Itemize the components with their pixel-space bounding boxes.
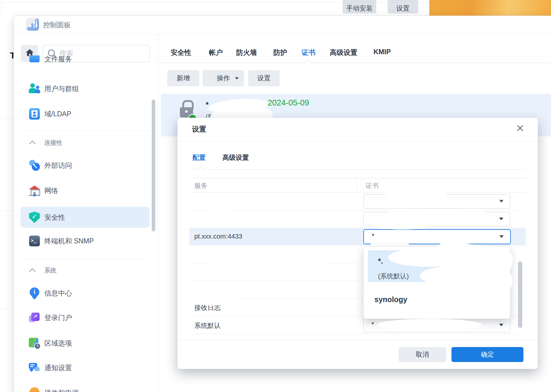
window-title: 控制面板: [43, 20, 71, 30]
column-header-service: 服务: [194, 181, 207, 190]
dropdown-item-line2: (系统默认): [378, 272, 409, 281]
tab-certificate[interactable]: 证书: [302, 48, 315, 57]
sidebar-divider: [158, 34, 158, 392]
sidebar-item-label: 终端机和 SNMP: [44, 236, 94, 246]
redaction-blob: [459, 269, 513, 293]
sidebar-item-domain-ldap[interactable]: 域/LDAP: [20, 105, 150, 122]
redaction-blob: [374, 210, 499, 223]
caret-down-icon: [499, 235, 504, 238]
service-name: 系统默认: [194, 321, 221, 330]
tab-account[interactable]: 帐户: [209, 48, 223, 57]
sidebar-section-system[interactable]: 系统: [20, 265, 150, 277]
login-portal-icon: ↗: [29, 312, 40, 323]
network-icon: [29, 185, 40, 196]
cancel-button[interactable]: 取消: [399, 347, 446, 362]
file-service-icon: [29, 55, 40, 65]
tab-underline: [158, 63, 551, 63]
settings-dialog: 设置 配置 高级设置 服务 证书 pt.xxx.com:4433 接收日志 系统…: [177, 118, 538, 369]
titlebar-divider: [13, 34, 551, 34]
sidebar-item-notification[interactable]: 通知设置: [20, 359, 150, 376]
background-row-line: [0, 210, 13, 211]
sidebar-item-label: 区域选项: [44, 339, 72, 348]
sidebar-item-network[interactable]: 网络: [20, 182, 150, 199]
table-border: [189, 192, 526, 193]
settings-top-button[interactable]: 设置: [388, 0, 418, 13]
chevron-up-icon: [29, 268, 36, 275]
domain-ldap-icon: [29, 108, 40, 120]
redaction-blob: [377, 319, 482, 331]
table-row-line: [189, 210, 526, 210]
caret-down-icon: [499, 218, 503, 220]
notification-icon: [29, 362, 40, 373]
tab-security[interactable]: 安全性: [171, 48, 191, 57]
sidebar-item-label: 登录门户: [44, 313, 72, 322]
settings-button[interactable]: 设置: [248, 70, 280, 86]
sidebar-item-label: 安全性: [44, 213, 65, 222]
dialog-footer-divider: [177, 340, 538, 340]
regional-options-icon: [29, 337, 40, 349]
add-button[interactable]: 新增: [167, 70, 199, 86]
tab-advanced[interactable]: 高级设置: [330, 48, 357, 57]
sidebar-item-label: 用户与群组: [44, 84, 79, 94]
sidebar-item-label: 通知设置: [44, 363, 72, 373]
chevron-up-icon: [29, 141, 36, 147]
sidebar-item-terminal-snmp[interactable]: >_ 终端机和 SNMP: [20, 233, 150, 249]
redaction-blob: [373, 222, 430, 230]
sidebar-item-login-portal[interactable]: ↗ 登录门户: [20, 309, 150, 326]
dialog-tab-advanced[interactable]: 高级设置: [222, 153, 249, 162]
external-access-icon: [29, 160, 40, 171]
sidebar-item-label: 外部访问: [44, 161, 72, 170]
table-border: [189, 178, 526, 178]
security-shield-icon: ✓: [29, 212, 40, 223]
caret-down-icon: [499, 324, 503, 326]
action-button-label: 操作: [217, 74, 230, 82]
close-icon[interactable]: [516, 124, 525, 133]
users-groups-icon: [29, 83, 40, 94]
dialog-table-scrollbar[interactable]: [518, 261, 522, 328]
sidebar-item-label: 信息中心: [44, 289, 72, 298]
sidebar-section-label: 连接性: [44, 139, 62, 147]
dialog-tab-configuration[interactable]: 配置: [192, 153, 206, 162]
background-row-line: [0, 309, 13, 309]
table-row-line: [189, 334, 526, 334]
dialog-active-tab-notch: [197, 166, 204, 173]
redaction-blob: [372, 195, 501, 207]
table-column-divider: [357, 178, 357, 192]
column-header-certificate: 证书: [365, 181, 379, 190]
hardware-power-icon: [29, 387, 40, 392]
sidebar-item-label: 文件服务: [44, 55, 72, 64]
sidebar-item-label: 网络: [44, 186, 58, 195]
sidebar-item-security[interactable]: ✓ 安全性: [20, 209, 150, 226]
sidebar-item-hardware-power[interactable]: 硬件和电源: [20, 385, 150, 392]
manual-install-button[interactable]: 手动安装: [343, 0, 376, 13]
background-row-line: [0, 119, 13, 119]
sidebar-item-label: 域/LDAP: [44, 109, 71, 119]
sidebar-item-info-center[interactable]: i 信息中心: [20, 285, 150, 301]
sidebar-item-external-access[interactable]: 外部访问: [20, 157, 150, 174]
sidebar-section-label: 系统: [44, 266, 56, 275]
dropdown-item-synology[interactable]: synology: [374, 295, 407, 304]
dropdown-item-line1: *.: [378, 257, 383, 266]
select-value: *: [371, 321, 374, 329]
control-panel-app-icon: [26, 18, 39, 31]
caret-down-icon: [235, 77, 239, 79]
lock-icon: [185, 110, 188, 113]
terminal-icon: >_: [29, 235, 40, 247]
sidebar-divider-line: [20, 259, 150, 259]
action-button[interactable]: 操作: [203, 70, 244, 86]
redaction-blob: [191, 292, 236, 305]
sidebar-item-users-groups[interactable]: 用户与群组: [20, 80, 150, 97]
dialog-tab-underline: [189, 169, 526, 170]
tab-firewall[interactable]: 防火墙: [236, 48, 257, 57]
ok-button[interactable]: 确定: [451, 347, 523, 362]
tab-protection[interactable]: 防护: [273, 48, 287, 57]
sidebar-section-connectivity[interactable]: 连接性: [20, 137, 150, 149]
info-center-icon: i: [29, 287, 40, 299]
redaction-blob: [210, 258, 324, 268]
sidebar-item-regional-options[interactable]: 区域选项: [20, 335, 150, 352]
sidebar-item-file-services[interactable]: 文件服务: [20, 55, 150, 69]
sidebar-scrollbar[interactable]: [152, 99, 155, 231]
redaction-blob: [207, 206, 234, 211]
tab-kmip[interactable]: KMIP: [374, 48, 391, 56]
dialog-divider: [177, 141, 538, 142]
